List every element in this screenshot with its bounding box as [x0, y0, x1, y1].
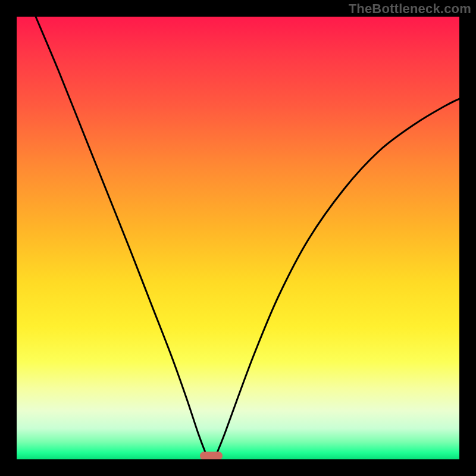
optimal-marker	[200, 452, 223, 459]
bottleneck-curve	[17, 17, 459, 459]
chart-frame: TheBottleneck.com	[0, 0, 476, 476]
plot-area	[17, 17, 459, 459]
curve-right-branch	[215, 99, 459, 457]
watermark-text: TheBottleneck.com	[349, 1, 471, 17]
curve-left-branch	[36, 17, 208, 457]
